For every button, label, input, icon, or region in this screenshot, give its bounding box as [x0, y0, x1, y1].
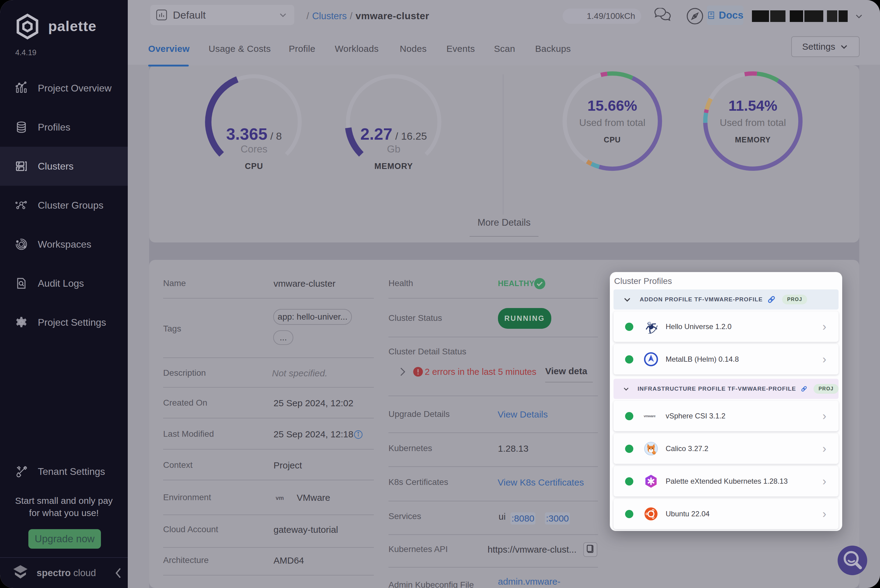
svg-text:vmware: vmware: [644, 414, 655, 418]
